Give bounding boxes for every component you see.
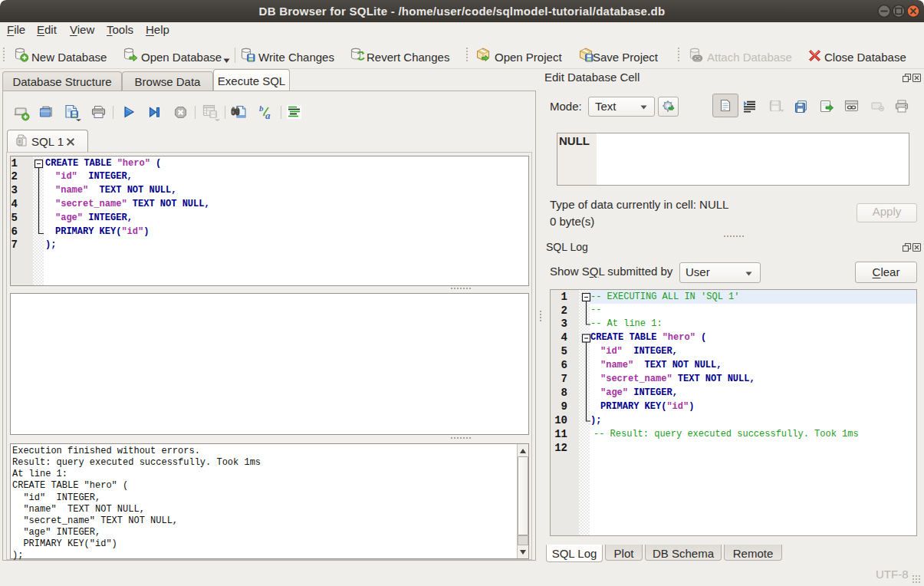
- svg-text:b: b: [259, 104, 264, 113]
